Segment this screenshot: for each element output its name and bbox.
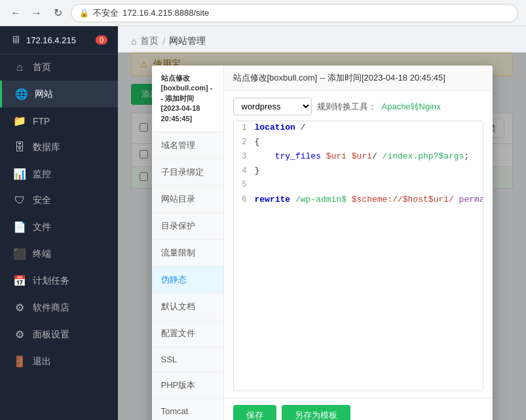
- protocol-label: 不安全: [93, 7, 119, 19]
- breadcrumb-separator: /: [162, 36, 165, 47]
- rule-select[interactable]: wordpress typecho thinkphp laravel custo…: [233, 98, 312, 115]
- panel-icon: ⚙: [13, 328, 26, 341]
- modal-nav: 站点修改[boxbull.com] -- 添加时间[2023-04-18 20:…: [152, 66, 224, 420]
- modal-nav-configfile[interactable]: 配置文件: [152, 320, 223, 347]
- code-line-2: 2 {: [234, 136, 483, 150]
- modal-footer: 保存 另存为模板: [224, 398, 493, 420]
- breadcrumb: ⌂ 首页 / 网站管理: [118, 26, 526, 52]
- line-num-6: 6: [234, 194, 252, 204]
- sidebar-item-terminal[interactable]: ⬛ 终端: [0, 240, 118, 267]
- code-editor[interactable]: 1 location / 2 { 3 try_files $uri $uri: [233, 121, 483, 391]
- sidebar-item-home[interactable]: ⌂ 首页: [0, 54, 118, 81]
- line-content-2: {: [252, 136, 483, 148]
- main-content: ⌂ 首页 / 网站管理 ⚠ 使用宝... 添加站点 网站名 全部分类: [118, 26, 526, 420]
- line-num-2: 2: [234, 136, 252, 147]
- schedule-icon: 📅: [13, 275, 26, 287]
- modal-nav-ssl[interactable]: SSL: [152, 347, 223, 372]
- website-icon: 🌐: [15, 88, 28, 100]
- sidebar-header: 🖥 172.16.4.215 0: [0, 26, 118, 54]
- back-button[interactable]: ←: [8, 5, 24, 21]
- code-line-6: 6 rewrite /wp-admin$ $scheme://$host$uri…: [234, 193, 483, 208]
- modal-dialog: 站点修改[boxbull.com] -- 添加时间[2023-04-18 20:…: [152, 66, 493, 420]
- modal-toolbar: wordpress typecho thinkphp laravel custo…: [233, 98, 483, 115]
- apache-to-nginx-link[interactable]: Apache转Nginx: [382, 101, 441, 113]
- reload-button[interactable]: ↻: [50, 5, 66, 21]
- browser-chrome: ← → ↻ 🔒 不安全 172.16.4.215:8888/site: [0, 0, 526, 26]
- sidebar-item-label: 文件: [33, 221, 51, 233]
- code-line-1: 1 location /: [234, 121, 483, 136]
- modal-nav-tomcat[interactable]: Tomcat: [152, 399, 223, 420]
- modal-nav-flowlimit[interactable]: 流量限制: [152, 240, 223, 267]
- modal-panel-header: 站点修改[boxbull.com] -- 添加时间[2023-04-18 20:…: [224, 66, 493, 91]
- sidebar-item-label: 安全: [33, 195, 51, 206]
- modal-nav-webdir[interactable]: 网站目录: [152, 186, 223, 213]
- home-icon: ⌂: [13, 62, 26, 73]
- sidebar-badge: 0: [96, 35, 107, 45]
- appstore-icon: ⚙: [13, 301, 26, 314]
- modal-nav-defaultdoc[interactable]: 默认文档: [152, 294, 223, 320]
- sidebar-item-label: 网站: [35, 88, 53, 100]
- address-bar[interactable]: 🔒 不安全 172.16.4.215:8888/site: [71, 4, 518, 22]
- line-num-4: 4: [234, 165, 252, 176]
- sidebar-item-schedule[interactable]: 📅 计划任务: [0, 267, 118, 294]
- sidebar-item-label: 退出: [33, 356, 51, 368]
- breadcrumb-current: 网站管理: [169, 35, 206, 47]
- security-icon: 🛡: [13, 195, 26, 206]
- modal-overlay: 站点修改[boxbull.com] -- 添加时间[2023-04-18 20:…: [118, 52, 526, 420]
- url-display: 172.16.4.215:8888/site: [122, 8, 209, 18]
- code-line-5: 5: [234, 179, 483, 193]
- sidebar-item-appstore[interactable]: ⚙ 软件商店: [0, 294, 118, 321]
- forward-button[interactable]: →: [29, 5, 45, 21]
- ftp-icon: 📁: [13, 115, 26, 127]
- terminal-icon: ⬛: [13, 248, 26, 260]
- line-num-5: 5: [234, 179, 252, 189]
- database-icon: 🗄: [13, 142, 26, 153]
- sidebar-item-logout[interactable]: 🚪 退出: [0, 348, 118, 375]
- line-content-6: rewrite /wp-admin$ $scheme://$host$uri/ …: [252, 193, 483, 206]
- logout-icon: 🚪: [13, 355, 26, 368]
- modal-nav-subdirmap[interactable]: 子目录绑定: [152, 159, 223, 186]
- monitor-icon: 🖥: [10, 34, 21, 46]
- sidebar-item-label: 终端: [33, 248, 51, 260]
- sidebar-item-security[interactable]: 🛡 安全: [0, 187, 118, 214]
- sidebar-item-monitor[interactable]: 📊 监控: [0, 161, 118, 187]
- sidebar-item-label: 面板设置: [33, 329, 69, 341]
- code-line-4: 4 }: [234, 164, 483, 179]
- sidebar-item-label: 首页: [33, 62, 51, 73]
- line-num-3: 3: [234, 151, 252, 161]
- save-button[interactable]: 保存: [233, 405, 276, 420]
- modal-panel: 站点修改[boxbull.com] -- 添加时间[2023-04-18 20:…: [224, 66, 493, 420]
- sidebar-item-label: 计划任务: [33, 275, 69, 287]
- code-line-3: 3 try_files $uri $uri/ /index.php?$args;: [234, 150, 483, 164]
- sidebar-item-files[interactable]: 📄 文件: [0, 214, 118, 240]
- sidebar-item-label: 监控: [33, 168, 51, 180]
- monitor-nav-icon: 📊: [13, 168, 26, 180]
- sidebar-item-panel[interactable]: ⚙ 面板设置: [0, 321, 118, 348]
- sidebar-item-website[interactable]: 🌐 网站: [0, 81, 118, 107]
- sidebar: 🖥 172.16.4.215 0 ⌂ 首页 🌐 网站 📁 FTP 🗄 数据库 📊…: [0, 26, 118, 420]
- home-icon: ⌂: [131, 36, 136, 47]
- content-area: ⚠ 使用宝... 添加站点 网站名 全部分类 网站名: [118, 52, 526, 420]
- sidebar-item-ftp[interactable]: 📁 FTP: [0, 107, 118, 134]
- app-container: 🖥 172.16.4.215 0 ⌂ 首页 🌐 网站 📁 FTP 🗄 数据库 📊…: [0, 26, 526, 420]
- modal-body: wordpress typecho thinkphp laravel custo…: [224, 91, 493, 398]
- modal-nav-dirprotect[interactable]: 目录保护: [152, 213, 223, 240]
- modal-nav-pseudo[interactable]: 伪静态: [152, 267, 223, 294]
- lock-icon: 🔒: [79, 9, 89, 18]
- breadcrumb-home: 首页: [140, 35, 159, 47]
- save-as-template-button[interactable]: 另存为模板: [282, 405, 350, 420]
- line-content-4: }: [252, 164, 483, 177]
- line-content-1: location /: [252, 121, 483, 134]
- line-content-5: [252, 184, 483, 187]
- sidebar-item-database[interactable]: 🗄 数据库: [0, 134, 118, 161]
- sidebar-item-label: 数据库: [33, 142, 60, 153]
- sidebar-item-label: FTP: [33, 116, 50, 126]
- rule-label: 规则转换工具：: [317, 101, 377, 113]
- line-num-1: 1: [234, 122, 252, 132]
- sidebar-ip: 172.16.4.215: [26, 35, 76, 45]
- modal-title: 站点修改[boxbull.com] -- 添加时间[2023-04-18 20:…: [152, 66, 223, 132]
- files-icon: 📄: [13, 221, 26, 233]
- modal-nav-domain[interactable]: 域名管理: [152, 132, 223, 159]
- sidebar-item-label: 软件商店: [33, 302, 69, 314]
- modal-nav-phpver[interactable]: PHP版本: [152, 372, 223, 399]
